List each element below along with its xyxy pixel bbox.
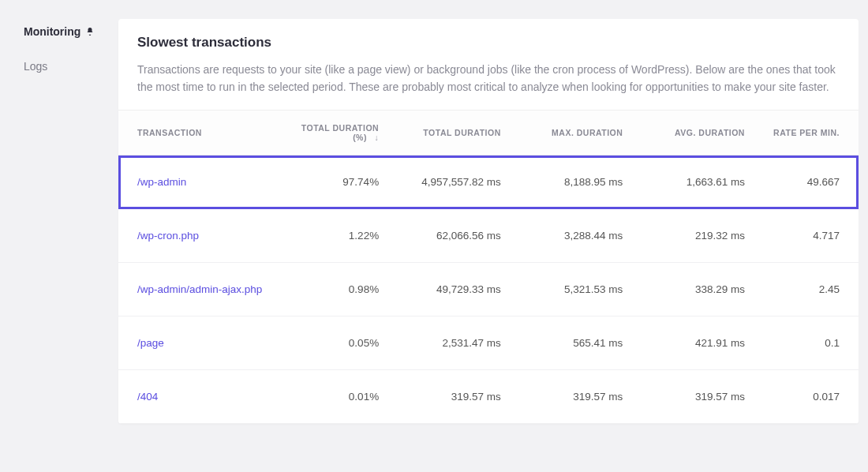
- cell-total-duration: 49,729.33 ms: [387, 263, 509, 317]
- cell-rate-per-min: 49.667: [753, 155, 859, 209]
- sidebar-item-label: Logs: [24, 60, 47, 73]
- cell-rate-per-min: 0.017: [753, 370, 859, 424]
- col-header-transaction[interactable]: TRANSACTION: [118, 111, 281, 155]
- cell-avg-duration: 421.91 ms: [630, 317, 753, 370]
- cell-max-duration: 565.41 ms: [509, 317, 631, 370]
- col-header-avg-duration[interactable]: AVG. DURATION: [630, 111, 753, 155]
- cell-total-duration-pct: 0.05%: [281, 317, 387, 370]
- cell-avg-duration: 338.29 ms: [630, 263, 753, 317]
- cell-max-duration: 319.57 ms: [509, 370, 631, 424]
- sidebar: Monitoring Logs: [0, 0, 118, 472]
- cell-avg-duration: 319.57 ms: [630, 370, 753, 424]
- col-header-max-duration[interactable]: MAX. DURATION: [509, 111, 631, 155]
- cell-transaction: /404: [118, 370, 281, 424]
- transaction-link[interactable]: /wp-admin: [137, 176, 186, 188]
- cell-total-duration: 62,066.56 ms: [387, 209, 509, 263]
- table-row: /wp-cron.php1.22%62,066.56 ms3,288.44 ms…: [118, 209, 859, 263]
- cell-rate-per-min: 4.717: [753, 209, 859, 263]
- cell-total-duration: 2,531.47 ms: [387, 317, 509, 370]
- col-header-total-duration[interactable]: TOTAL DURATION: [387, 111, 509, 155]
- cell-total-duration: 319.57 ms: [387, 370, 509, 424]
- transaction-link[interactable]: /404: [137, 391, 158, 403]
- transactions-table: TRANSACTION TOTAL DURATION (%) ↓ TOTAL D…: [118, 110, 859, 424]
- cell-rate-per-min: 2.45: [753, 263, 859, 317]
- card-title: Slowest transactions: [137, 35, 840, 51]
- cell-avg-duration: 219.32 ms: [630, 209, 753, 263]
- cell-max-duration: 5,321.53 ms: [509, 263, 631, 317]
- cell-transaction: /page: [118, 317, 281, 370]
- cell-avg-duration: 1,663.61 ms: [630, 155, 753, 209]
- sidebar-item-monitoring[interactable]: Monitoring: [24, 25, 118, 38]
- cell-max-duration: 8,188.95 ms: [509, 155, 631, 209]
- card-description: Transactions are requests to your site (…: [137, 62, 840, 96]
- cell-total-duration-pct: 0.01%: [281, 370, 387, 424]
- transaction-link[interactable]: /wp-admin/admin-ajax.php: [137, 283, 262, 295]
- content: Slowest transactions Transactions are re…: [118, 0, 868, 472]
- table-row: /wp-admin/admin-ajax.php0.98%49,729.33 m…: [118, 263, 859, 317]
- cell-transaction: /wp-cron.php: [118, 209, 281, 263]
- table-row: /wp-admin97.74%4,957,557.82 ms8,188.95 m…: [118, 155, 859, 209]
- transaction-link[interactable]: /page: [137, 337, 164, 349]
- cell-total-duration-pct: 1.22%: [281, 209, 387, 263]
- cell-rate-per-min: 0.1: [753, 317, 859, 370]
- cell-transaction: /wp-admin/admin-ajax.php: [118, 263, 281, 317]
- col-header-rate-per-min[interactable]: RATE PER MIN.: [753, 111, 859, 155]
- table-row: /page0.05%2,531.47 ms565.41 ms421.91 ms0…: [118, 317, 859, 370]
- sidebar-item-label: Monitoring: [24, 25, 80, 38]
- sort-arrow-down-icon: ↓: [374, 133, 379, 142]
- sidebar-item-logs[interactable]: Logs: [24, 60, 118, 73]
- cell-total-duration-pct: 97.74%: [281, 155, 387, 209]
- cell-transaction: /wp-admin: [118, 155, 281, 209]
- bell-icon: [85, 27, 93, 36]
- cell-total-duration-pct: 0.98%: [281, 263, 387, 317]
- cell-max-duration: 3,288.44 ms: [509, 209, 631, 263]
- cell-total-duration: 4,957,557.82 ms: [387, 155, 509, 209]
- col-header-total-duration-pct[interactable]: TOTAL DURATION (%) ↓: [281, 111, 387, 155]
- transaction-link[interactable]: /wp-cron.php: [137, 230, 199, 242]
- table-row: /4040.01%319.57 ms319.57 ms319.57 ms0.01…: [118, 370, 859, 424]
- slowest-transactions-card: Slowest transactions Transactions are re…: [118, 19, 859, 424]
